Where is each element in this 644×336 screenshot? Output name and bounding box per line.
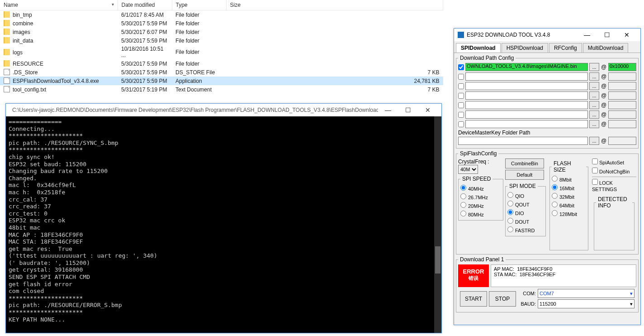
col-name[interactable]: Name▾ — [0, 0, 118, 10]
esp-title-text: ESP32 DOWNLOAD TOOL V3.4.8 — [467, 32, 550, 38]
addr-field[interactable] — [608, 101, 636, 109]
spi-flash-config: SpiFlashConfig CrystalFreq : 40M SPI SPE… — [456, 150, 639, 254]
spi-speed-group: SPI SPEED 40MHz26.7MHz20MHz80MHz — [458, 176, 503, 221]
lock-settings-check[interactable]: LOCK SETTINGS — [592, 180, 617, 192]
folder-icon — [4, 49, 10, 55]
spi-autoset-check[interactable]: SpiAutoSet — [592, 160, 624, 165]
radio-option[interactable]: 32Mbit — [552, 192, 586, 201]
col-type[interactable]: Type — [172, 0, 226, 10]
file-row[interactable]: combine5/30/2017 5:59 PMFile folder — [0, 19, 443, 28]
minimize-button[interactable]: — — [577, 31, 597, 38]
folder-icon — [4, 37, 10, 43]
stop-button[interactable]: STOP — [489, 291, 516, 307]
esp-titlebar[interactable]: ESP32 DOWNLOAD TOOL V3.4.8 — ☐ ✕ — [454, 29, 640, 41]
path-field[interactable] — [465, 82, 588, 90]
file-row[interactable]: images5/30/2017 6:07 PMFile folder — [0, 28, 443, 36]
file-row[interactable]: ESPFlashDownloadTool_v3.4.8.exe5/30/2017… — [0, 77, 443, 85]
mac-info: AP MAC: 18FE346CF9F0 STA MAC: 18FE346CF9… — [491, 264, 636, 287]
radio-option[interactable]: 16Mbit — [552, 183, 586, 192]
donotchg-check[interactable]: DoNotChgBin — [592, 169, 630, 174]
master-key-field[interactable] — [458, 137, 588, 145]
browse-button[interactable]: ... — [589, 91, 599, 100]
path-checkbox[interactable] — [458, 74, 464, 80]
radio-option[interactable]: 26.7MHz — [460, 192, 501, 201]
addr-field[interactable]: 0x10000 — [608, 63, 636, 71]
path-checkbox[interactable] — [458, 64, 464, 70]
baud-select[interactable]: 115200▾ — [538, 299, 635, 308]
console-titlebar[interactable]: C:\Users\v-jawojc.REDMOND\Documents\Firm… — [6, 104, 441, 116]
tab-hspidownload[interactable]: HSPIDownload — [502, 43, 548, 53]
file-row[interactable]: RESOURCE5/30/2017 5:59 PMFile folder — [0, 59, 443, 68]
file-icon — [4, 86, 10, 92]
path-row: ... @ — [458, 72, 636, 81]
master-key-addr[interactable] — [608, 137, 636, 145]
radio-option[interactable]: 20MHz — [460, 201, 501, 210]
browse-button[interactable]: ... — [589, 72, 599, 81]
radio-option[interactable]: 40MHz — [460, 184, 501, 192]
col-date[interactable]: Date modified — [118, 0, 172, 10]
browse-button[interactable]: ... — [589, 101, 599, 109]
file-row[interactable]: init_data5/30/2017 5:59 PMFile folder — [0, 36, 443, 45]
tab-rfconfig[interactable]: RFConfig — [549, 43, 582, 53]
at-symbol: @ — [601, 73, 607, 80]
radio-option[interactable]: 128Mbit — [552, 209, 586, 218]
path-checkbox[interactable] — [458, 112, 464, 118]
col-size[interactable]: Size — [226, 0, 443, 10]
file-row[interactable]: bin_tmp6/1/2017 8:45 AMFile folder — [0, 10, 443, 19]
file-row[interactable]: tool_config.txt5/31/2017 5:19 PMText Doc… — [0, 85, 443, 94]
path-field[interactable]: OWNLOAD_TOOLS_V3.4.8\images\IMAGINE.bin — [465, 63, 588, 71]
tab-spidownload[interactable]: SPIDownload — [456, 43, 501, 53]
download-panel-1: Download Panel 1 ERROR 错误 AP MAC: 18FE34… — [456, 256, 639, 312]
radio-option[interactable]: 64Mbit — [552, 201, 586, 209]
radio-option[interactable]: FASTRD — [507, 226, 544, 234]
addr-field[interactable] — [608, 120, 636, 128]
path-field[interactable] — [465, 101, 588, 109]
minimize-button[interactable]: — — [378, 106, 398, 114]
path-row: ... @ — [458, 110, 636, 119]
browse-button[interactable]: ... — [589, 137, 599, 145]
maximize-button[interactable]: ☐ — [597, 31, 617, 38]
path-checkbox[interactable] — [458, 121, 464, 127]
close-button[interactable]: ✕ — [418, 106, 438, 114]
crystal-freq-select[interactable]: 40M — [458, 165, 478, 174]
path-field[interactable] — [465, 72, 588, 81]
file-row[interactable]: logs10/18/2016 10:51 ...File folder — [0, 45, 443, 59]
path-field[interactable] — [465, 120, 588, 128]
esp-app-icon — [458, 32, 464, 38]
browse-button[interactable]: ... — [589, 110, 599, 119]
path-checkbox[interactable] — [458, 93, 464, 99]
addr-field[interactable] — [608, 91, 636, 100]
tab-multidownload[interactable]: MultiDownload — [583, 43, 629, 53]
maximize-button[interactable]: ☐ — [398, 106, 418, 114]
radio-option[interactable]: QOUT — [507, 200, 544, 208]
path-field[interactable] — [465, 110, 588, 119]
path-checkbox[interactable] — [458, 83, 464, 89]
radio-option[interactable]: DOUT — [507, 217, 544, 226]
com-select[interactable]: COM7▾ — [538, 289, 635, 298]
master-key-row: ... @ — [458, 137, 636, 145]
start-button[interactable]: START — [460, 291, 487, 307]
folder-icon — [4, 11, 10, 18]
esp-download-tool-window: ESP32 DOWNLOAD TOOL V3.4.8 — ☐ ✕ SPIDown… — [454, 28, 641, 325]
browse-button[interactable]: ... — [589, 63, 599, 71]
file-row[interactable]: .DS_Store5/30/2017 5:59 PMDS_STORE File7… — [0, 68, 443, 77]
radio-option[interactable]: 8Mbit — [552, 175, 586, 183]
browse-button[interactable]: ... — [589, 82, 599, 90]
path-field[interactable] — [465, 91, 588, 100]
path-checkbox[interactable] — [458, 102, 464, 108]
addr-field[interactable] — [608, 72, 636, 81]
addr-field[interactable] — [608, 110, 636, 119]
master-key-label: DeviceMasterKey Folder Path — [458, 130, 636, 136]
download-path-config: Download Path Config OWNLOAD_TOOLS_V3.4.… — [456, 55, 639, 149]
radio-option[interactable]: QIO — [507, 191, 544, 200]
combine-bin-button[interactable]: CombineBin — [505, 158, 544, 168]
explorer-header: Name▾ Date modified Type Size — [0, 0, 443, 10]
spi-mode-group: SPI MODE QIOQOUTDIODOUTFASTRD — [505, 183, 546, 236]
close-button[interactable]: ✕ — [617, 31, 637, 38]
addr-field[interactable] — [608, 82, 636, 90]
radio-option[interactable]: 80MHz — [460, 210, 501, 218]
default-button[interactable]: Default — [505, 170, 544, 180]
browse-button[interactable]: ... — [589, 120, 599, 128]
radio-option[interactable]: DIO — [507, 208, 544, 217]
console-output[interactable]: =============== Connecting... **********… — [6, 116, 441, 333]
